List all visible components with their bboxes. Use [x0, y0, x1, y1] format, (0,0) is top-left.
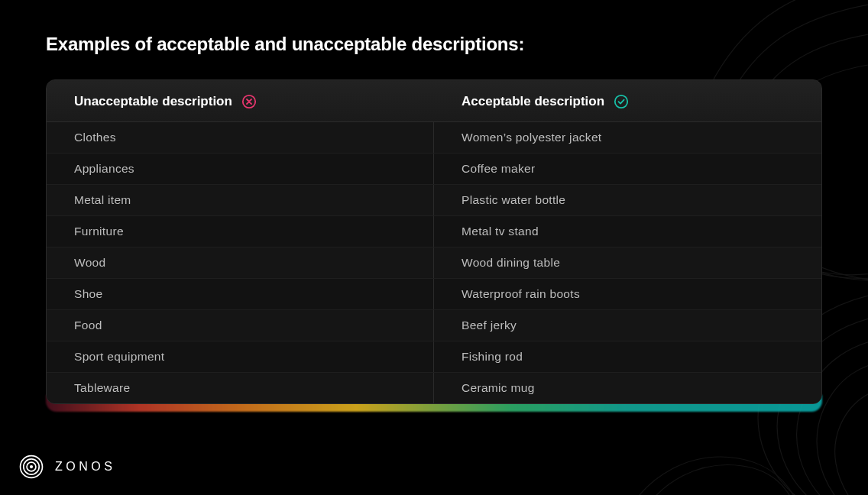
cell-unacceptable: Food [47, 310, 434, 341]
x-circle-icon [241, 94, 257, 109]
cell-unacceptable: Metal item [47, 185, 434, 215]
cell-unacceptable: Shoe [47, 279, 434, 309]
cell-unacceptable: Sport equipment [47, 341, 434, 372]
examples-card: Unacceptable description Acceptable desc… [46, 79, 822, 404]
column-header-acceptable: Acceptable description [434, 94, 821, 109]
table-row: WoodWood dining table [47, 247, 821, 278]
cell-acceptable: Plastic water bottle [434, 185, 821, 215]
table-body: ClothesWomen’s polyester jacketAppliance… [47, 122, 821, 403]
cell-unacceptable: Furniture [47, 216, 434, 247]
brand-name: ZONOS [55, 460, 115, 474]
table-row: FoodBeef jerky [47, 309, 821, 341]
column-header-acceptable-label: Acceptable description [462, 94, 604, 109]
cell-acceptable: Beef jerky [434, 310, 821, 341]
table-header-row: Unacceptable description Acceptable desc… [47, 80, 821, 122]
svg-point-1 [615, 95, 627, 108]
page-title: Examples of acceptable and unacceptable … [46, 34, 524, 55]
check-circle-icon [614, 94, 629, 109]
column-header-unacceptable-label: Unacceptable description [74, 94, 232, 109]
cell-unacceptable: Tableware [47, 373, 434, 403]
brand-mark-icon [18, 454, 44, 480]
cell-unacceptable: Wood [47, 247, 434, 278]
table-row: FurnitureMetal tv stand [47, 215, 821, 247]
table-row: Metal itemPlastic water bottle [47, 184, 821, 215]
table-row: AppliancesCoffee maker [47, 153, 821, 184]
table-row: Sport equipmentFishing rod [47, 341, 821, 372]
table-row: ShoeWaterproof rain boots [47, 278, 821, 309]
cell-acceptable: Coffee maker [434, 154, 821, 184]
svg-point-5 [30, 465, 33, 468]
cell-unacceptable: Clothes [47, 122, 434, 153]
cell-acceptable: Women’s polyester jacket [434, 122, 821, 153]
table-row: TablewareCeramic mug [47, 372, 821, 403]
column-header-unacceptable: Unacceptable description [47, 94, 434, 109]
cell-acceptable: Metal tv stand [434, 216, 821, 247]
cell-acceptable: Ceramic mug [434, 373, 821, 403]
cell-acceptable: Wood dining table [434, 247, 821, 278]
cell-acceptable: Waterproof rain boots [434, 279, 821, 309]
cell-acceptable: Fishing rod [434, 341, 821, 372]
examples-card-wrap: Unacceptable description Acceptable desc… [46, 79, 822, 404]
table-row: ClothesWomen’s polyester jacket [47, 122, 821, 153]
brand-logo: ZONOS [18, 454, 115, 480]
cell-unacceptable: Appliances [47, 154, 434, 184]
